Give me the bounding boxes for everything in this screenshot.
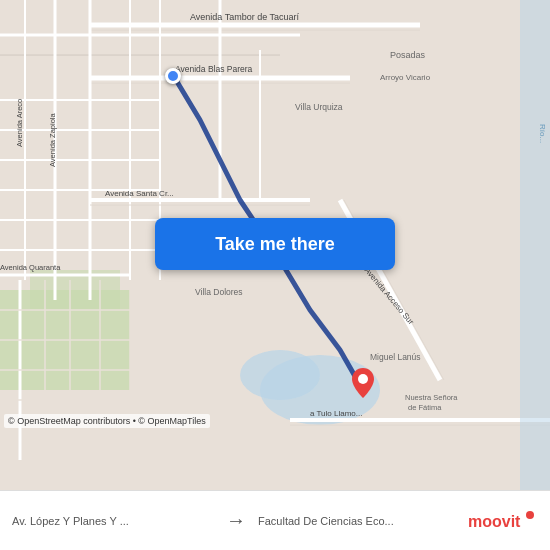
svg-text:moovit: moovit — [468, 513, 521, 530]
svg-text:Arroyo Vicario: Arroyo Vicario — [380, 73, 431, 82]
origin-label: Av. López Y Planes Y ... — [12, 515, 214, 527]
svg-text:Río...: Río... — [538, 124, 547, 143]
svg-text:Posadas: Posadas — [390, 50, 426, 60]
svg-point-2 — [240, 350, 320, 400]
destination-marker — [352, 368, 374, 398]
svg-text:Nuestra Señora: Nuestra Señora — [405, 393, 458, 402]
moovit-logo-svg: moovit — [468, 507, 538, 535]
direction-arrow: → — [214, 509, 258, 532]
origin-marker — [165, 68, 181, 84]
map-attribution: © OpenStreetMap contributors • © OpenMap… — [4, 414, 210, 428]
destination-section: Facultad De Ciencias Eco... — [258, 515, 460, 527]
svg-text:Avenida Santa Cr...: Avenida Santa Cr... — [105, 189, 174, 198]
svg-text:a Tulo Llamo...: a Tulo Llamo... — [310, 409, 362, 418]
svg-text:de Fátima: de Fátima — [408, 403, 442, 412]
bottom-bar: Av. López Y Planes Y ... → Facultad De C… — [0, 490, 550, 550]
map-container: Avenida Tambor de Tacuarí Avenida Blas P… — [0, 0, 550, 490]
svg-text:Avenida Blas Parera: Avenida Blas Parera — [175, 64, 253, 74]
svg-text:Avenida Tambor de Tacuarí: Avenida Tambor de Tacuarí — [190, 12, 300, 22]
take-me-there-button[interactable]: Take me there — [155, 218, 395, 270]
svg-text:Miguel Lanús: Miguel Lanús — [370, 352, 421, 362]
take-me-there-label: Take me there — [215, 234, 335, 255]
svg-text:Villa Dolores: Villa Dolores — [195, 287, 243, 297]
svg-rect-33 — [520, 0, 550, 490]
destination-label: Facultad De Ciencias Eco... — [258, 515, 460, 527]
svg-text:Avenida Quaranta: Avenida Quaranta — [0, 263, 61, 272]
moovit-logo: moovit — [468, 507, 538, 535]
attribution-text: © OpenStreetMap contributors • © OpenMap… — [8, 416, 206, 426]
origin-section: Av. López Y Planes Y ... — [12, 515, 214, 527]
svg-text:Villa Urquiza: Villa Urquiza — [295, 102, 343, 112]
svg-text:Avenida Zapiola: Avenida Zapiola — [48, 113, 57, 167]
svg-point-59 — [358, 374, 368, 384]
svg-text:Avenida Areco: Avenida Areco — [15, 99, 24, 147]
svg-point-61 — [526, 511, 534, 519]
arrow-icon: → — [226, 509, 246, 531]
